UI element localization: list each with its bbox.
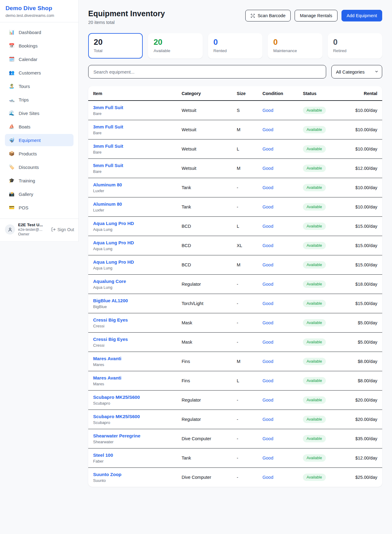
size-cell: L [237,378,239,383]
condition-link[interactable]: Good [262,262,273,267]
equipment-name-link[interactable]: Aluminum 80 [93,182,172,187]
rental-cell: $35.00/day [344,429,382,448]
condition-link[interactable]: Good [262,398,273,402]
rental-cell: $10.00/day [344,197,382,217]
sidebar-item-customers[interactable]: 👥 Customers [5,67,74,79]
category-cell: Wetsuit [182,108,196,113]
search-input[interactable] [88,65,326,78]
equipment-brand: Mares [93,362,172,367]
equipment-name-link[interactable]: BigBlue AL1200 [93,298,172,303]
equipment-name-link[interactable]: 3mm Full Suit [93,124,172,129]
manage-rentals-button[interactable]: Manage Rentals [295,10,337,21]
condition-link[interactable]: Good [262,108,273,113]
stat-card-maintenance[interactable]: 0 Maintenance [268,33,322,59]
category-cell: Tank [182,456,191,460]
equipment-name-link[interactable]: Aqua Lung Pro HD [93,259,172,265]
sidebar-item-discounts[interactable]: 🏷️ Discounts [5,161,74,173]
stat-card-retired[interactable]: 0 Retired [328,33,382,59]
table-row: Scubapro MK25/S600 Scubapro Regulator - … [88,391,382,410]
equipment-name-link[interactable]: Cressi Big Eyes [93,337,172,342]
equipment-name-link[interactable]: Mares Avanti [93,356,172,361]
sidebar-item-tours[interactable]: 🏝️ Tours [5,80,74,92]
equipment-name-link[interactable]: Cressi Big Eyes [93,317,172,322]
condition-link[interactable]: Good [262,204,273,209]
sidebar-item-bookings[interactable]: 📅 Bookings [5,40,74,52]
sign-out-button[interactable]: Sign Out [51,227,74,232]
equipment-brand: Aqua Lung [93,285,172,290]
equipment-name-link[interactable]: 5mm Full Suit [93,163,172,168]
condition-link[interactable]: Good [262,282,273,287]
stat-card-rented[interactable]: 0 Rented [208,33,262,59]
rental-cell: $10.00/day [344,101,382,120]
sidebar-item-pos[interactable]: 💳 POS [5,201,74,214]
sidebar-item-equipment[interactable]: 🤿 Equipment [5,134,74,146]
stat-card-total[interactable]: 20 Total [88,33,143,59]
condition-link[interactable]: Good [262,475,273,480]
size-cell: - [237,340,238,345]
equipment-name-link[interactable]: Aluminum 80 [93,201,172,207]
table-row: Aluminum 80 Luxfer Tank - Good Available… [88,178,382,197]
size-cell: - [237,398,238,402]
shop-title: Demo Dive Shop [6,5,73,12]
sidebar-item-dive-sites[interactable]: 🌊 Dive Sites [5,107,74,119]
condition-link[interactable]: Good [262,340,273,345]
stat-label-total: Total [94,48,137,53]
sidebar-item-label: Training [19,178,35,183]
add-equipment-button[interactable]: Add Equipment [341,10,382,21]
stat-label-maintenance: Maintenance [273,48,317,53]
sidebar-item-training[interactable]: 🎓 Training [5,174,74,187]
sidebar-item-gallery[interactable]: 📸 Gallery [5,188,74,200]
equipment-name-link[interactable]: Aqua Lung Pro HD [93,240,172,245]
condition-link[interactable]: Good [262,185,273,190]
category-cell: BCD [182,243,191,248]
sidebar-item-products[interactable]: 📦 Products [5,147,74,160]
rental-cell: $15.00/day [344,255,382,275]
size-cell: - [237,282,238,287]
scan-barcode-button[interactable]: Scan Barcode [245,10,291,21]
rental-cell: $5.00/day [344,333,382,352]
sidebar-item-dashboard[interactable]: 📊 Dashboard [5,26,74,38]
size-cell: XL [237,243,242,248]
sidebar-item-label: Calendar [19,57,37,62]
status-badge: Available [303,223,326,230]
equipment-name-link[interactable]: Scubapro MK25/S600 [93,414,172,419]
table-row: Aqua Lung Pro HD Aqua Lung BCD XL Good A… [88,236,382,255]
status-badge: Available [303,416,326,423]
condition-link[interactable]: Good [262,436,273,441]
stat-value-retired: 0 [333,38,377,46]
condition-link[interactable]: Good [262,378,273,383]
condition-link[interactable]: Good [262,301,273,306]
filters-row: All Categories [88,65,382,78]
barcode-scan-icon [251,13,255,18]
equipment-name-link[interactable]: Aqua Lung Pro HD [93,221,172,226]
equipment-name-link[interactable]: Suunto Zoop [93,472,172,477]
condition-link[interactable]: Good [262,166,273,171]
stat-card-available[interactable]: 20 Available [148,33,202,59]
equipment-brand: Scubapro [93,420,172,425]
status-badge: Available [303,126,326,133]
equipment-name-link[interactable]: Shearwater Peregrine [93,433,172,438]
condition-link[interactable]: Good [262,127,273,132]
stat-value-available: 20 [153,38,197,46]
condition-link[interactable]: Good [262,224,273,229]
condition-link[interactable]: Good [262,147,273,151]
equipment-name-link[interactable]: Aqualung Core [93,279,172,284]
category-select[interactable]: All Categories [331,65,382,78]
condition-link[interactable]: Good [262,320,273,325]
sidebar-item-calendar[interactable]: 🗓️ Calendar [5,53,74,65]
equipment-name-link[interactable]: 3mm Full Suit [93,143,172,149]
sidebar-item-boats[interactable]: ⛵ Boats [5,120,74,133]
equipment-brand: Aqua Lung [93,246,172,251]
condition-link[interactable]: Good [262,359,273,364]
condition-link[interactable]: Good [262,456,273,460]
size-cell: - [237,436,238,441]
equipment-name-link[interactable]: 3mm Full Suit [93,105,172,110]
sidebar-item-trips[interactable]: 🛥️ Trips [5,93,74,106]
sidebar-item-label: Products [19,151,37,156]
equipment-name-link[interactable]: Mares Avanti [93,375,172,380]
condition-link[interactable]: Good [262,417,273,422]
condition-link[interactable]: Good [262,243,273,248]
equipment-name-link[interactable]: Scubapro MK25/S600 [93,395,172,400]
category-cell: Wetsuit [182,166,196,171]
equipment-name-link[interactable]: Steel 100 [93,452,172,458]
